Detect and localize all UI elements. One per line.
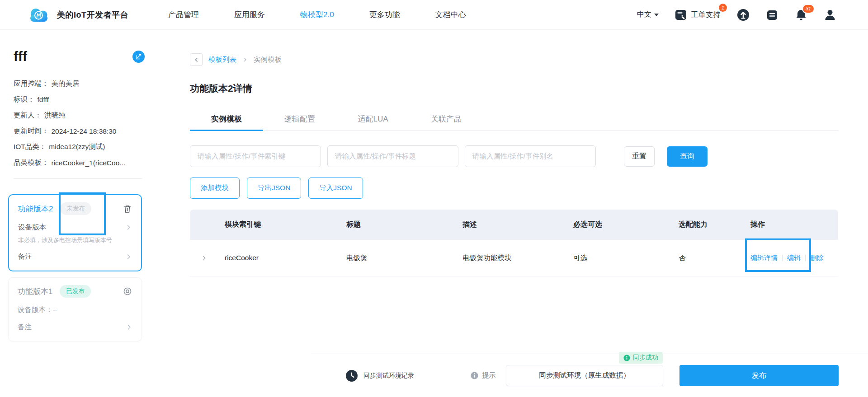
- filter-key-input[interactable]: [190, 145, 321, 167]
- tab-adapt-lua[interactable]: 适配LUA: [336, 114, 410, 131]
- device-version-row: 设备版本：--: [18, 305, 132, 315]
- version-card-2[interactable]: 功能版本2 未发布 设备版本 非必填，涉及多电控场景填写版本号 备注: [8, 194, 142, 271]
- breadcrumb: 模板列表 实例模板: [190, 53, 839, 66]
- detail-updater: 更新人：洪晓纯: [14, 107, 142, 123]
- edit-icon: [135, 53, 142, 60]
- delete-link[interactable]: 删除: [810, 254, 824, 262]
- brand-name: 美的IoT开发者平台: [57, 9, 128, 20]
- detail-iot-category: IOT品类：midea12(zzy测试): [14, 139, 142, 155]
- notifications-badge: 31: [803, 5, 814, 13]
- delete-version-button[interactable]: [123, 204, 132, 214]
- cell-description: 电饭煲功能模块: [462, 253, 573, 263]
- template-details: 应用控端：美的美居 标识：fdfff 更新人：洪晓纯 更新时间：2024-12-…: [14, 76, 142, 171]
- module-table: 模块索引键 标题 描述 必选可选 选配能力 操作 riceCooker 电饭煲 …: [190, 210, 838, 276]
- toast-label: 同步成功: [633, 354, 658, 362]
- table-row: riceCooker 电饭煲 电饭煲功能模块 可选 否 编辑详情 编辑 删除: [190, 240, 838, 276]
- col-optional-ability: 选配能力: [679, 220, 750, 229]
- language-selector[interactable]: 中文: [637, 10, 659, 19]
- tip-label: 提示: [482, 371, 496, 380]
- detail-identifier: 标识：fdfff: [14, 92, 142, 107]
- ticket-icon: [675, 9, 687, 21]
- info-icon: [471, 372, 478, 379]
- sync-test-env-button[interactable]: 同步测试环境（原生成数据） 同步成功: [506, 365, 663, 386]
- main-panel: 模板列表 实例模板 功能版本2详情 实例模板 逻辑配置 适配LUA 关联产品 重…: [156, 30, 868, 397]
- row-expand-button[interactable]: [190, 255, 225, 262]
- topbar-right: 中文 工单支持 1: [637, 9, 836, 21]
- breadcrumb-template-list[interactable]: 模板列表: [208, 55, 236, 65]
- back-button[interactable]: [190, 53, 203, 66]
- nav-app-services[interactable]: 应用服务: [234, 9, 265, 20]
- account-button[interactable]: [824, 9, 836, 21]
- nav-product-management[interactable]: 产品管理: [168, 9, 199, 20]
- divider: [14, 178, 142, 179]
- brand: 美的IoT开发者平台: [28, 6, 128, 23]
- version-card-1[interactable]: 功能版本1 已发布 设备版本：-- 备注: [8, 277, 142, 341]
- col-title: 标题: [346, 220, 462, 229]
- chevron-right-icon: [201, 255, 208, 262]
- cell-optional-ability: 否: [679, 253, 750, 263]
- calendar-button[interactable]: [766, 9, 778, 21]
- export-json-button[interactable]: 导出JSON: [247, 177, 301, 199]
- info-icon: [623, 355, 630, 361]
- detail-category-template: 品类模板：riceCooker_1(riceCoo...: [14, 155, 142, 171]
- upload-button[interactable]: [737, 9, 750, 21]
- col-actions: 操作: [750, 220, 838, 229]
- edit-link[interactable]: 编辑: [787, 254, 801, 262]
- cell-required: 可选: [573, 253, 679, 263]
- sync-record-button[interactable]: 同步测试环境记录: [345, 369, 414, 382]
- ticket-support[interactable]: 工单支持 1: [675, 9, 721, 21]
- tab-related-products[interactable]: 关联产品: [410, 114, 483, 131]
- calendar-icon: [766, 9, 778, 21]
- edit-detail-link[interactable]: 编辑详情: [750, 254, 778, 262]
- version-name[interactable]: 功能版本1: [18, 286, 52, 297]
- import-json-button[interactable]: 导入JSON: [308, 177, 363, 199]
- sync-record-label: 同步测试环境记录: [363, 372, 414, 380]
- footer-bar: 同步测试环境记录 提示 同步测试环境（原生成数据）: [311, 354, 868, 397]
- user-icon: [824, 9, 836, 21]
- upload-circle-icon: [737, 9, 750, 21]
- publish-button[interactable]: 发布: [679, 365, 839, 386]
- nav-thing-model[interactable]: 物模型2.0: [300, 9, 334, 20]
- device-version-hint: 非必填，涉及多电控场景填写版本号: [18, 236, 132, 244]
- chevron-left-icon: [193, 57, 199, 63]
- note-row[interactable]: 备注: [18, 322, 132, 332]
- tab-bar: 实例模板 逻辑配置 适配LUA 关联产品: [190, 114, 839, 131]
- filter-bar: 重置 查询: [190, 145, 839, 167]
- template-title: fff: [14, 50, 27, 63]
- tab-instance-template[interactable]: 实例模板: [190, 114, 263, 131]
- nav-more-features[interactable]: 更多功能: [369, 9, 400, 20]
- tip: 提示: [471, 371, 496, 380]
- chevron-right-icon: [125, 253, 132, 260]
- note-row[interactable]: 备注: [18, 252, 132, 262]
- filter-title-input[interactable]: [327, 145, 458, 167]
- ticket-label: 工单支持: [691, 10, 721, 20]
- main-nav: 产品管理 应用服务 物模型2.0 更多功能 文档中心: [168, 9, 466, 20]
- detail-app-client: 应用控端：美的美居: [14, 76, 142, 92]
- search-button[interactable]: 查询: [667, 146, 708, 167]
- version-name[interactable]: 功能版本2: [18, 204, 53, 214]
- ticket-badge: 1: [719, 4, 727, 12]
- language-label: 中文: [637, 10, 651, 19]
- chevron-down-icon: [654, 14, 659, 16]
- divider: [805, 255, 806, 261]
- midea-cloud-logo-icon: [28, 6, 51, 23]
- topbar: 美的IoT开发者平台 产品管理 应用服务 物模型2.0 更多功能 文档中心 中文…: [0, 0, 868, 30]
- device-version-row[interactable]: 设备版本: [18, 223, 132, 232]
- cell-actions: 编辑详情 编辑 删除: [750, 254, 838, 262]
- reset-button[interactable]: 重置: [624, 146, 655, 167]
- tab-logic-config[interactable]: 逻辑配置: [263, 114, 336, 131]
- table-header: 模块索引键 标题 描述 必选可选 选配能力 操作: [190, 210, 838, 240]
- notifications-button[interactable]: 31: [795, 9, 807, 21]
- add-module-button[interactable]: 添加模块: [190, 177, 240, 199]
- col-module-key: 模块索引键: [225, 220, 346, 229]
- view-version-button[interactable]: [123, 286, 132, 296]
- nav-doc-center[interactable]: 文档中心: [435, 9, 466, 20]
- divider: [782, 255, 783, 261]
- filter-alias-input[interactable]: [465, 145, 596, 167]
- clock-icon: [345, 369, 358, 382]
- sync-success-toast: 同步成功: [619, 352, 663, 364]
- cell-module-key: riceCooker: [225, 254, 346, 262]
- app-screen: 美的IoT开发者平台 产品管理 应用服务 物模型2.0 更多功能 文档中心 中文…: [0, 0, 868, 397]
- edit-template-button[interactable]: [132, 51, 145, 63]
- chevron-right-icon: [242, 57, 248, 62]
